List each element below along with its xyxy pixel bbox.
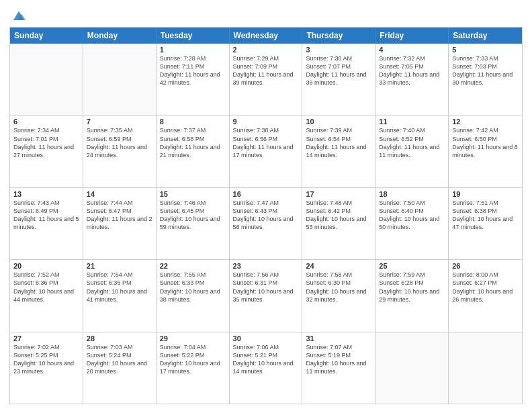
day-info: Sunrise: 7:04 AM Sunset: 5:22 PM Dayligh… [160, 343, 226, 376]
logo [9, 9, 27, 23]
calendar-cell: 14Sunrise: 7:44 AM Sunset: 6:47 PM Dayli… [83, 188, 157, 259]
day-number: 29 [160, 334, 226, 342]
day-info: Sunrise: 7:39 AM Sunset: 6:54 PM Dayligh… [306, 126, 371, 159]
calendar-cell: 26Sunrise: 8:00 AM Sunset: 6:27 PM Dayli… [449, 260, 522, 331]
calendar-cell: 4Sunrise: 7:32 AM Sunset: 7:05 PM Daylig… [375, 44, 449, 115]
calendar-cell [10, 44, 83, 115]
header [9, 7, 523, 23]
day-info: Sunrise: 7:34 AM Sunset: 7:01 PM Dayligh… [13, 126, 79, 159]
calendar-header-cell: Thursday [302, 28, 375, 44]
day-info: Sunrise: 8:00 AM Sunset: 6:27 PM Dayligh… [452, 271, 519, 304]
day-info: Sunrise: 7:44 AM Sunset: 6:47 PM Dayligh… [87, 199, 152, 232]
calendar-cell: 1Sunrise: 7:28 AM Sunset: 7:11 PM Daylig… [157, 44, 230, 115]
calendar-cell [449, 332, 522, 404]
calendar-cell: 7Sunrise: 7:35 AM Sunset: 6:59 PM Daylig… [83, 116, 157, 187]
day-info: Sunrise: 7:06 AM Sunset: 5:21 PM Dayligh… [233, 343, 299, 376]
calendar-cell: 5Sunrise: 7:33 AM Sunset: 7:03 PM Daylig… [449, 44, 522, 115]
day-info: Sunrise: 7:47 AM Sunset: 6:43 PM Dayligh… [233, 199, 299, 232]
day-number: 16 [233, 190, 299, 198]
day-number: 4 [379, 46, 445, 54]
day-info: Sunrise: 7:54 AM Sunset: 6:35 PM Dayligh… [87, 271, 152, 304]
calendar-cell: 25Sunrise: 7:59 AM Sunset: 6:28 PM Dayli… [375, 260, 449, 331]
calendar-header-cell: Tuesday [157, 28, 230, 44]
calendar-header-cell: Monday [83, 28, 157, 44]
calendar-header-cell: Friday [375, 28, 449, 44]
day-info: Sunrise: 7:51 AM Sunset: 6:38 PM Dayligh… [452, 199, 519, 232]
calendar-row: 6Sunrise: 7:34 AM Sunset: 7:01 PM Daylig… [10, 115, 522, 187]
day-info: Sunrise: 7:28 AM Sunset: 7:11 PM Dayligh… [160, 54, 226, 87]
day-info: Sunrise: 7:29 AM Sunset: 7:09 PM Dayligh… [233, 54, 299, 87]
calendar-header-cell: Sunday [10, 28, 83, 44]
calendar-cell: 16Sunrise: 7:47 AM Sunset: 6:43 PM Dayli… [230, 188, 303, 259]
day-info: Sunrise: 7:30 AM Sunset: 7:07 PM Dayligh… [306, 54, 371, 87]
calendar-cell: 9Sunrise: 7:38 AM Sunset: 6:56 PM Daylig… [230, 116, 303, 187]
day-info: Sunrise: 7:40 AM Sunset: 6:52 PM Dayligh… [379, 126, 445, 159]
day-number: 3 [306, 46, 371, 54]
day-number: 20 [13, 262, 79, 270]
day-number: 30 [233, 334, 299, 342]
calendar-cell: 27Sunrise: 7:02 AM Sunset: 5:25 PM Dayli… [10, 332, 83, 404]
day-info: Sunrise: 7:42 AM Sunset: 6:50 PM Dayligh… [452, 126, 519, 159]
day-info: Sunrise: 7:37 AM Sunset: 6:58 PM Dayligh… [160, 126, 226, 159]
day-number: 14 [87, 190, 152, 198]
calendar-cell: 8Sunrise: 7:37 AM Sunset: 6:58 PM Daylig… [157, 116, 230, 187]
calendar-cell: 19Sunrise: 7:51 AM Sunset: 6:38 PM Dayli… [449, 188, 522, 259]
calendar-cell [375, 332, 449, 404]
day-info: Sunrise: 7:59 AM Sunset: 6:28 PM Dayligh… [379, 271, 445, 304]
day-info: Sunrise: 7:46 AM Sunset: 6:45 PM Dayligh… [160, 199, 226, 232]
calendar-cell: 23Sunrise: 7:56 AM Sunset: 6:31 PM Dayli… [230, 260, 303, 331]
calendar-cell [83, 44, 157, 115]
calendar-cell: 10Sunrise: 7:39 AM Sunset: 6:54 PM Dayli… [302, 116, 375, 187]
day-number: 26 [452, 262, 519, 270]
day-number: 11 [379, 118, 445, 126]
calendar-row: 27Sunrise: 7:02 AM Sunset: 5:25 PM Dayli… [10, 332, 522, 404]
calendar-cell: 3Sunrise: 7:30 AM Sunset: 7:07 PM Daylig… [302, 44, 375, 115]
day-number: 1 [160, 46, 226, 54]
calendar-cell: 11Sunrise: 7:40 AM Sunset: 6:52 PM Dayli… [375, 116, 449, 187]
calendar-cell: 28Sunrise: 7:03 AM Sunset: 5:24 PM Dayli… [83, 332, 157, 404]
day-number: 10 [306, 118, 371, 126]
day-number: 6 [13, 118, 79, 126]
day-number: 22 [160, 262, 226, 270]
day-info: Sunrise: 7:55 AM Sunset: 6:33 PM Dayligh… [160, 271, 226, 304]
calendar-cell: 17Sunrise: 7:48 AM Sunset: 6:42 PM Dayli… [302, 188, 375, 259]
day-number: 13 [13, 190, 79, 198]
day-info: Sunrise: 7:50 AM Sunset: 6:40 PM Dayligh… [379, 199, 445, 232]
calendar-row: 13Sunrise: 7:43 AM Sunset: 6:49 PM Dayli… [10, 187, 522, 259]
day-info: Sunrise: 7:07 AM Sunset: 5:19 PM Dayligh… [306, 343, 371, 376]
day-number: 9 [233, 118, 299, 126]
day-number: 23 [233, 262, 299, 270]
day-info: Sunrise: 7:03 AM Sunset: 5:24 PM Dayligh… [87, 343, 152, 376]
calendar-cell: 30Sunrise: 7:06 AM Sunset: 5:21 PM Dayli… [230, 332, 303, 404]
day-number: 25 [379, 262, 445, 270]
day-number: 19 [452, 190, 519, 198]
calendar-header-cell: Saturday [449, 28, 522, 44]
calendar-cell: 2Sunrise: 7:29 AM Sunset: 7:09 PM Daylig… [230, 44, 303, 115]
calendar-cell: 22Sunrise: 7:55 AM Sunset: 6:33 PM Dayli… [157, 260, 230, 331]
day-info: Sunrise: 7:38 AM Sunset: 6:56 PM Dayligh… [233, 126, 299, 159]
day-number: 28 [87, 334, 152, 342]
day-number: 17 [306, 190, 371, 198]
day-number: 21 [87, 262, 152, 270]
calendar-cell: 24Sunrise: 7:58 AM Sunset: 6:30 PM Dayli… [302, 260, 375, 331]
day-number: 24 [306, 262, 371, 270]
day-number: 27 [13, 334, 79, 342]
day-info: Sunrise: 7:02 AM Sunset: 5:25 PM Dayligh… [13, 343, 79, 376]
day-info: Sunrise: 7:35 AM Sunset: 6:59 PM Dayligh… [87, 126, 152, 159]
calendar-cell: 15Sunrise: 7:46 AM Sunset: 6:45 PM Dayli… [157, 188, 230, 259]
day-info: Sunrise: 7:33 AM Sunset: 7:03 PM Dayligh… [452, 54, 519, 87]
calendar-row: 1Sunrise: 7:28 AM Sunset: 7:11 PM Daylig… [10, 44, 522, 115]
day-info: Sunrise: 7:32 AM Sunset: 7:05 PM Dayligh… [379, 54, 445, 87]
day-number: 15 [160, 190, 226, 198]
calendar-cell: 13Sunrise: 7:43 AM Sunset: 6:49 PM Dayli… [10, 188, 83, 259]
calendar-header-cell: Wednesday [230, 28, 303, 44]
calendar-cell: 29Sunrise: 7:04 AM Sunset: 5:22 PM Dayli… [157, 332, 230, 404]
calendar-body: 1Sunrise: 7:28 AM Sunset: 7:11 PM Daylig… [10, 44, 522, 404]
calendar-cell: 6Sunrise: 7:34 AM Sunset: 7:01 PM Daylig… [10, 116, 83, 187]
calendar-row: 20Sunrise: 7:52 AM Sunset: 6:36 PM Dayli… [10, 259, 522, 331]
day-info: Sunrise: 7:48 AM Sunset: 6:42 PM Dayligh… [306, 199, 371, 232]
day-number: 12 [452, 118, 519, 126]
day-number: 2 [233, 46, 299, 54]
day-number: 7 [87, 118, 152, 126]
day-number: 8 [160, 118, 226, 126]
